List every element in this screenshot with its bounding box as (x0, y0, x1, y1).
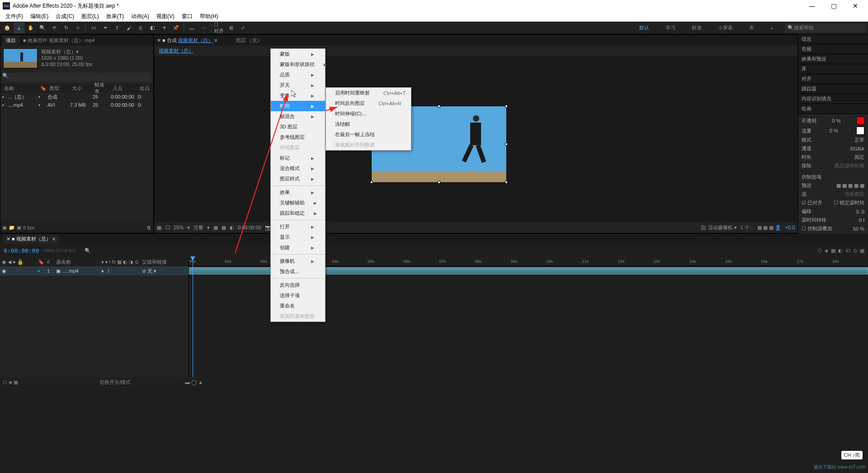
subctx-时间伸缩(C)...[interactable]: 时间伸缩(C)... (326, 109, 411, 119)
home-icon[interactable]: 🏠 (2, 23, 13, 33)
layer-tab[interactable]: 图层 （无） (236, 37, 262, 44)
ctx-变换[interactable]: 变换▶ (271, 90, 325, 101)
exposure-value[interactable]: +0.0 (785, 225, 795, 230)
ctx-蒙版[interactable]: 蒙版▶ (271, 49, 325, 59)
subctx-时间反向图层[interactable]: 时间反向图层Ctrl+Alt+R (326, 98, 411, 109)
project-item-video[interactable]: ▪ ....mp4 ▪ AVI 7.3 MB 25 0:00:00:00 0: (0, 101, 153, 109)
workspace-small[interactable]: 小屏幕 (713, 23, 737, 33)
eraser-tool[interactable]: ◧ (147, 23, 158, 33)
anchor-tool[interactable]: ⊹ (72, 23, 83, 33)
zoom-tool[interactable]: 🔍 (37, 23, 48, 33)
ctx-帧混合[interactable]: 帧混合▶ (271, 111, 325, 122)
help-search[interactable]: 🔍 搜索帮助 (785, 24, 866, 33)
ctx-混合模式[interactable]: 混合模式▶ (271, 163, 325, 174)
menu-edit[interactable]: 编辑(E) (28, 12, 51, 21)
maximize-button[interactable]: ▢ (827, 2, 840, 9)
fill-icon[interactable]: ▬ (186, 23, 197, 33)
ctx-品质[interactable]: 品质▶ (271, 70, 325, 80)
background-color[interactable] (856, 127, 864, 135)
panel-library[interactable]: 库 (798, 64, 868, 74)
ctx-效果[interactable]: 效果▶ (271, 187, 325, 198)
puppet-tool[interactable]: 📌 (170, 23, 181, 33)
effect-controls-tab[interactable]: ■ 效果控件 视频素材（总）.mp4 (19, 36, 98, 45)
toggle-switches[interactable]: 切换开关/模式 (99, 379, 131, 386)
ctx-参考线图层[interactable]: 参考线图层 (271, 132, 325, 142)
tl-zoom-out[interactable]: ▬ ◯ ▲ (185, 379, 203, 385)
foreground-color[interactable] (856, 117, 864, 125)
rotate-tool[interactable]: ↻ (61, 23, 71, 33)
bpc-button[interactable]: 8 bpc (23, 225, 35, 230)
zoom-dropdown[interactable]: 25% (174, 225, 184, 230)
trash-icon[interactable]: 🗑 (146, 225, 151, 230)
ctx-选择子项[interactable]: 选择子项 (271, 290, 325, 301)
minimize-button[interactable]: — (806, 2, 818, 9)
fast-preview-icon[interactable]: ▦ (213, 225, 218, 231)
menu-effect[interactable]: 效果(T) (104, 12, 127, 21)
tl-icon-5[interactable]: 🏷 (845, 248, 850, 254)
ctx-关键帧辅助[interactable]: 关键帧辅助▶ (271, 198, 325, 208)
tl-icon-1[interactable]: ⬡ (817, 248, 822, 254)
menu-file[interactable]: 文件(F) (3, 12, 26, 21)
ctx-预合成...[interactable]: 预合成... (271, 266, 325, 277)
timeline-search[interactable]: 🔍 (85, 248, 91, 254)
project-tab[interactable]: 项目 (2, 36, 19, 45)
timeline-layer-1[interactable]: ◉ ▪ 1 ▣ .....mp4 ♦ / ⊘ 无 ▾ (0, 266, 189, 275)
panel-audio[interactable]: 音频 (798, 44, 868, 54)
duration-dropdown[interactable]: 固定 (854, 154, 864, 161)
ctx-图层样式[interactable]: 图层样式▶ (271, 174, 325, 184)
panel-paint-header[interactable]: 绘画 (798, 104, 868, 114)
transparency-icon[interactable]: ▦ (222, 225, 226, 231)
active-comp-link[interactable]: 视频素材（总） (159, 48, 193, 53)
interpret-icon[interactable]: ▣ (2, 225, 7, 231)
workspace-more[interactable]: » (766, 24, 778, 33)
subctx-启用时间重映射[interactable]: 启用时间重映射Ctrl+Alt+T (326, 88, 411, 98)
res-dropdown[interactable]: 完整 (193, 224, 203, 231)
tl-icon-6[interactable]: ⊙ (853, 248, 857, 254)
menu-layer[interactable]: 图层(L) (79, 12, 102, 21)
stroke-icon[interactable]: ▭ (198, 23, 209, 33)
clone-preset-icons[interactable]: ▦ ▦ ▦ ▦ ▦ (836, 183, 864, 189)
snap-icon2[interactable]: ⤢ (237, 23, 248, 33)
workspace-standard[interactable]: 标准 (687, 23, 706, 33)
hand-tool[interactable]: ✋ (25, 23, 36, 33)
workspace-default[interactable]: 默认 (635, 23, 654, 33)
time-display[interactable]: 0:00:00:00 (238, 225, 261, 230)
composition-viewer[interactable] (154, 56, 797, 222)
menu-help[interactable]: 帮助(H) (197, 12, 221, 21)
snap-icon[interactable]: ⊞ (226, 23, 236, 33)
menu-animation[interactable]: 动画(A) (128, 12, 152, 21)
mode-dropdown[interactable]: 正常 (854, 137, 864, 143)
playhead[interactable] (193, 257, 193, 377)
roto-tool[interactable]: ✦ (159, 23, 170, 33)
alpha-icon[interactable]: ▦ (157, 225, 161, 231)
close-button[interactable]: ✕ (849, 2, 862, 9)
ctx-反向选择[interactable]: 反向选择 (271, 280, 325, 290)
panel-align[interactable]: 对齐 (798, 74, 868, 84)
tl-icon-4[interactable]: ◐ (838, 248, 843, 254)
ctx-3D 图层[interactable]: 3D 图层 (271, 122, 325, 132)
orbit-tool[interactable]: ⟳ (49, 23, 60, 33)
menu-composition[interactable]: 合成(C) (53, 12, 77, 21)
camera-dropdown[interactable]: 🎥 活动摄像机 ▾ (700, 224, 737, 231)
ctx-摄像机[interactable]: 摄像机▶ (271, 256, 325, 266)
ctx-创建[interactable]: 创建▶ (271, 242, 325, 253)
tl-icon-3[interactable]: ▦ (831, 248, 835, 254)
mask-icon[interactable]: ◐ (230, 225, 234, 231)
ctx-重命名[interactable]: 重命名 (271, 301, 325, 311)
brush-tool[interactable]: 🖌 (123, 23, 134, 33)
panel-info[interactable]: 信息 (798, 34, 868, 44)
workspace-learn[interactable]: 学习 (661, 23, 680, 33)
ctx-跟踪和稳定[interactable]: 跟踪和稳定▶ (271, 208, 325, 218)
rectangle-tool[interactable]: ▭ (88, 23, 99, 33)
ctx-显示[interactable]: 显示▶ (271, 232, 325, 242)
snap-checkbox[interactable]: ☐ 对齐 (214, 23, 225, 33)
tl-icon-7[interactable]: ▦ (860, 248, 864, 254)
tl-icon-2[interactable]: ◈ (825, 248, 828, 254)
workspace-library[interactable]: 库 (745, 23, 759, 33)
ctx-打开[interactable]: 打开▶ (271, 222, 325, 232)
ctx-标记[interactable]: 标记▶ (271, 153, 325, 163)
timeline-tab[interactable]: ✕ ■ 视频素材（总） ≡ (3, 234, 59, 244)
timeline-timecode[interactable]: 0:00:00:00 (4, 247, 39, 254)
project-item-comp[interactable]: ▪ ...（总） ▪ 合成 25 0:00:00:00 0: (0, 93, 153, 101)
menu-view[interactable]: 视图(V) (154, 12, 177, 21)
